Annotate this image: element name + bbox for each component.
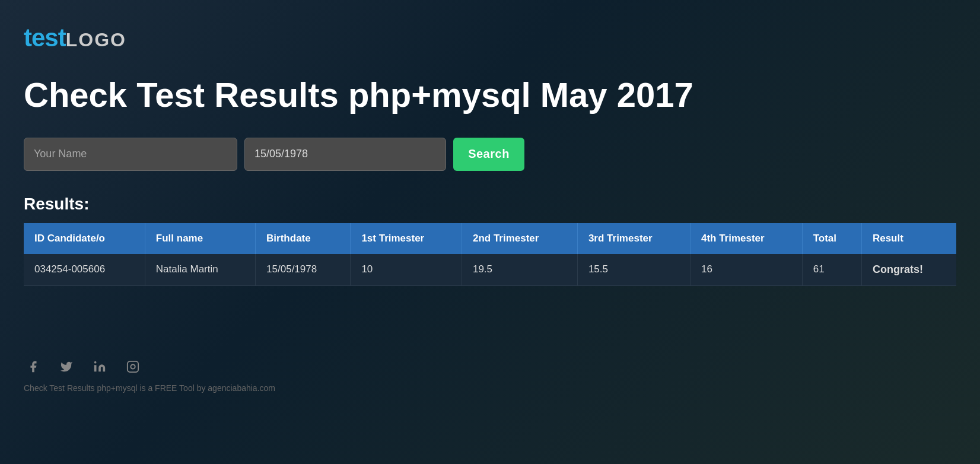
svg-rect-1 [128,361,138,372]
col-header-trim4: 4th Trimester [690,223,802,254]
facebook-icon[interactable] [24,357,43,376]
page-wrapper: test LOGO Check Test Results php+mysql M… [0,0,980,417]
logo-logo-text: LOGO [66,29,126,51]
linkedin-icon[interactable] [90,357,109,376]
results-label: Results: [24,195,956,214]
cell-trim2: 19.5 [462,254,577,286]
search-button[interactable]: Search [453,138,524,171]
col-header-birthdate: Birthdate [256,223,351,254]
page-title: Check Test Results php+mysql May 2017 [24,76,956,114]
col-header-total: Total [802,223,861,254]
date-input[interactable] [244,138,446,171]
col-header-id: ID Candidate/o [24,223,145,254]
twitter-icon[interactable] [57,357,76,376]
cell-total: 61 [802,254,861,286]
instagram-icon[interactable] [123,357,142,376]
cell-id: 034254-005606 [24,254,145,286]
name-input[interactable] [24,138,237,171]
svg-point-0 [94,361,97,364]
table-header-row: ID Candidate/o Full name Birthdate 1st T… [24,223,956,254]
col-header-trim2: 2nd Trimester [462,223,577,254]
cell-result: Congrats! [861,254,956,286]
results-table: ID Candidate/o Full name Birthdate 1st T… [24,223,956,286]
search-form: Search [24,138,956,171]
footer: Check Test Results php+mysql is a FREE T… [24,345,956,393]
footer-copyright: Check Test Results php+mysql is a FREE T… [24,383,956,393]
cell-fullname: Natalia Martin [145,254,255,286]
logo: test LOGO [24,24,956,52]
col-header-fullname: Full name [145,223,255,254]
cell-birthdate: 15/05/1978 [256,254,351,286]
cell-trim1: 10 [351,254,462,286]
cell-trim4: 16 [690,254,802,286]
table-row: 034254-005606 Natalia Martin 15/05/1978 … [24,254,956,286]
col-header-result: Result [861,223,956,254]
col-header-trim3: 3rd Trimester [577,223,690,254]
logo-test-text: test [24,24,66,52]
col-header-trim1: 1st Trimester [351,223,462,254]
social-icons [24,357,956,376]
cell-trim3: 15.5 [577,254,690,286]
